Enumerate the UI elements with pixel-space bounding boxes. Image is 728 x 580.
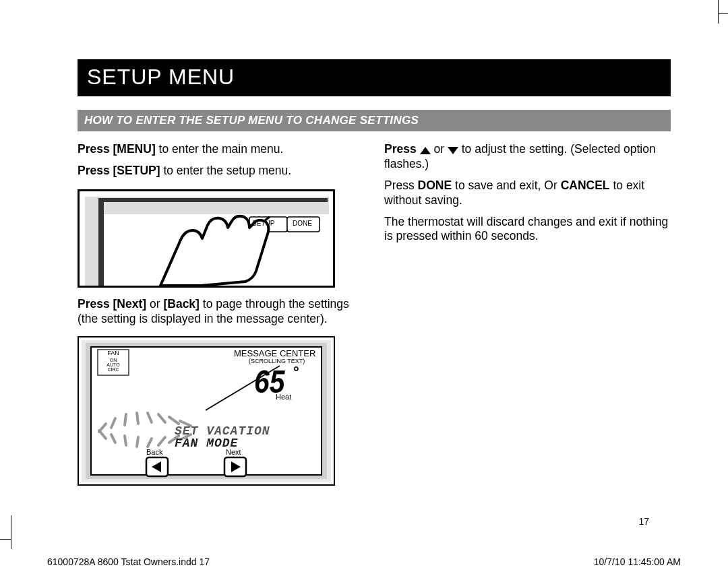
svg-rect-2 [98,198,328,202]
setup-button-label: SETUP [252,220,274,228]
fan-opt-circ: CIRC [102,367,125,372]
up-arrow-icon [420,147,431,154]
press-next-bold: Press [Next] [78,297,146,311]
svg-line-15 [137,413,138,424]
fan-opt-auto: AUTO [102,362,125,367]
svg-line-22 [125,436,126,445]
section-heading: HOW TO ENTER THE SETUP MENU TO CHANGE SE… [78,110,671,131]
done-bold: DONE [418,179,452,192]
figure-setup-button: SETUP DONE [78,189,335,288]
print-footer: 61000728A 8600 Tstat Owners.indd 17 10/7… [47,556,681,567]
press-arrows-mid: or [431,142,448,156]
cancel-bold: CANCEL [561,179,610,192]
down-arrow-icon [448,147,458,154]
left-column: Press [MENU] to enter the main menu. Pre… [78,142,364,486]
press-next-mid: or [146,297,163,311]
crop-mark [718,13,728,14]
svg-line-14 [125,414,126,425]
page-number: 17 [0,516,649,527]
back-label: Back [146,448,162,457]
press-back-bold: [Back] [163,297,200,311]
footer-file: 61000728A 8600 Tstat Owners.indd 17 [47,556,210,567]
content-area: SETUP MENU HOW TO ENTER THE SETUP MENU T… [78,59,671,486]
crop-mark [718,0,719,24]
two-column-layout: Press [MENU] to enter the main menu. Pre… [78,142,671,486]
next-label: Next [226,448,241,457]
press-menu-bold: Press [MENU] [78,142,156,156]
svg-line-23 [137,437,138,447]
press-menu-rest: to enter the main menu. [156,142,284,156]
done-cancel-mid: to save and exit, Or [452,179,560,192]
svg-rect-3 [98,202,104,286]
press-arrows-a: Press [384,142,420,156]
crop-mark [0,539,11,540]
svg-rect-1 [85,213,100,286]
right-column: Press or to adjust the setting. (Selecte… [384,142,671,486]
figure-message-center: FAN ON AUTO CIRC MESSAGE CENTER (SCROLLI… [78,336,335,486]
footer-date: 10/7/10 11:45:00 AM [594,556,681,567]
degree-symbol: ° [293,363,299,382]
press-setup-bold: Press [SETUP] [78,164,160,177]
fan-label: FAN [104,350,122,357]
done-cancel-a: Press [384,179,418,192]
done-button-label: DONE [293,220,312,228]
timeout-note: The thermostat will discard changes and … [384,215,671,245]
page-title: SETUP MENU [78,59,671,96]
fan-opt-on: ON [102,358,125,362]
manual-page: SETUP MENU HOW TO ENTER THE SETUP MENU T… [0,0,728,580]
press-setup-rest: to enter the setup menu. [160,164,292,177]
heat-label: Heat [276,393,291,402]
